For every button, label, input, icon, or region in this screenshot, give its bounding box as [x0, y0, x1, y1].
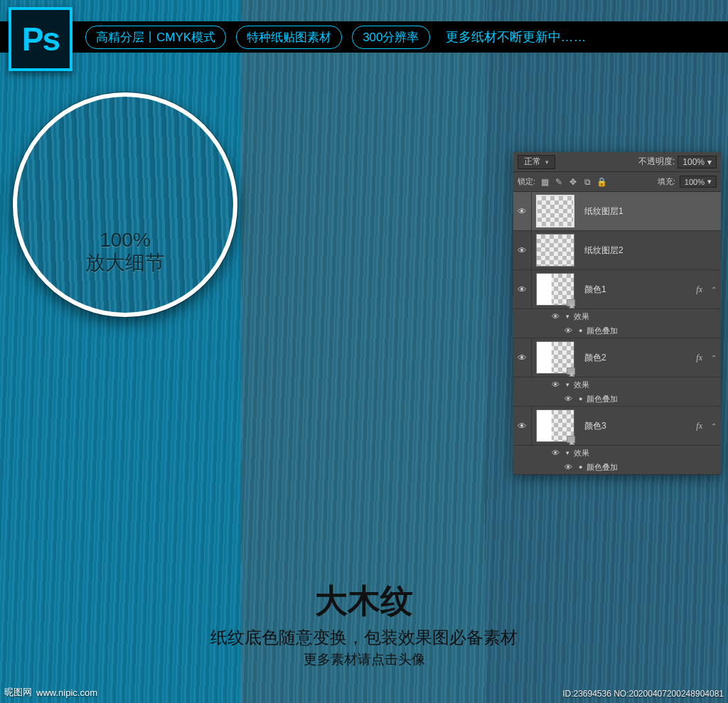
opacity-value: 100%	[682, 157, 705, 167]
visibility-toggle-icon[interactable]: 👁	[549, 449, 562, 457]
effects-label: 效果	[574, 448, 589, 458]
visibility-toggle-icon[interactable]: 👁	[562, 463, 574, 471]
lock-move-icon[interactable]: ✥	[568, 177, 578, 187]
footer-brand: 昵图网	[4, 686, 32, 699]
layer-name-label[interactable]: 纸纹图层2	[579, 245, 721, 257]
effect-name-label: 颜色叠加	[587, 462, 618, 473]
lock-artboard-icon[interactable]: ⧉	[582, 177, 592, 187]
layer-thumbnail[interactable]: ▣	[536, 409, 574, 442]
layer-name-label[interactable]: 颜色1	[579, 284, 692, 296]
smart-object-icon: ▣	[569, 370, 575, 377]
layers-panel-lockrow: 锁定: ▦ ✎ ✥ ⧉ 🔒 填充: 100% ▾	[513, 172, 721, 192]
fill-value: 100%	[685, 178, 705, 186]
effects-header-row[interactable]: 👁▾效果	[513, 446, 721, 460]
visibility-toggle-icon[interactable]: 👁	[513, 407, 532, 445]
collapse-effects-icon[interactable]: ⌃	[707, 354, 721, 362]
bullet-icon: ●	[579, 395, 582, 402]
footer-url: www.nipic.com	[36, 687, 97, 698]
layer-thumbnail[interactable]: ▣	[536, 273, 574, 306]
layer-thumbnail[interactable]	[536, 195, 574, 227]
effect-color-overlay-row[interactable]: 👁●颜色叠加	[513, 460, 721, 474]
effects-label: 效果	[574, 311, 589, 322]
lock-transparent-icon[interactable]: ▦	[540, 177, 550, 187]
lock-label: 锁定:	[518, 176, 535, 187]
layer-item[interactable]: 👁▣颜色2fx⌃	[513, 338, 721, 377]
visibility-toggle-icon[interactable]: 👁	[562, 395, 574, 403]
opacity-label: 不透明度:	[638, 156, 675, 168]
photoshop-badge: Ps	[9, 7, 73, 71]
fx-badge-icon[interactable]: fx	[692, 284, 707, 295]
photoshop-badge-text: Ps	[22, 20, 59, 58]
layer-item[interactable]: 👁纸纹图层2	[513, 231, 721, 270]
fill-field[interactable]: 100% ▾	[680, 176, 717, 188]
footer-watermark-left: 昵图网 www.nipic.com	[4, 686, 97, 699]
effects-header-row[interactable]: 👁▾效果	[513, 309, 721, 323]
layer-item[interactable]: 👁纸纹图层1	[513, 192, 721, 231]
visibility-toggle-icon[interactable]: 👁	[513, 231, 532, 269]
layer-effects-group: 👁▾效果👁●颜色叠加	[513, 309, 721, 338]
layer-effects-group: 👁▾效果👁●颜色叠加	[513, 377, 721, 407]
chevron-down-icon: ▾	[545, 159, 549, 166]
bullet-icon: ●	[579, 463, 582, 471]
footer-watermark-right: ID:23694536 NO:20200407200248904081	[562, 689, 724, 699]
title-hint: 更多素材请点击头像	[0, 650, 728, 669]
fx-badge-icon[interactable]: fx	[692, 353, 707, 363]
effect-color-overlay-row[interactable]: 👁●颜色叠加	[513, 323, 721, 338]
lock-brush-icon[interactable]: ✎	[554, 177, 564, 187]
smart-object-icon: ▣	[569, 439, 575, 446]
title-block: 大木纹 纸纹底色随意变换，包装效果图必备素材 更多素材请点击头像	[0, 579, 728, 669]
pill-layers-cmyk: 高精分层丨CMYK模式	[85, 26, 226, 49]
pill-resolution: 300分辨率	[352, 26, 429, 49]
layers-panel-blendrow: 正常 ▾ 不透明度: 100% ▾	[513, 152, 721, 172]
lock-all-icon[interactable]: 🔒	[596, 177, 606, 187]
chevron-down-icon: ▾	[707, 177, 712, 186]
fill-label: 填充:	[658, 176, 675, 187]
effects-label: 效果	[574, 380, 589, 390]
layer-item[interactable]: 👁▣颜色1fx⌃	[513, 270, 721, 309]
visibility-toggle-icon[interactable]: 👁	[549, 380, 562, 389]
zoom-label-percent: 100%	[17, 229, 233, 252]
layer-effects-group: 👁▾效果👁●颜色叠加	[513, 446, 721, 475]
pill-paper-texture: 特种纸贴图素材	[236, 26, 342, 49]
visibility-toggle-icon[interactable]: 👁	[513, 338, 532, 377]
disclosure-icon[interactable]: ▾	[566, 313, 569, 320]
blend-mode-value: 正常	[524, 156, 541, 168]
smart-object-icon: ▣	[569, 302, 575, 309]
layer-name-label[interactable]: 颜色2	[579, 352, 692, 364]
zoom-label: 100% 放大细节	[17, 229, 233, 274]
visibility-toggle-icon[interactable]: 👁	[513, 270, 532, 308]
fx-badge-icon[interactable]: fx	[692, 421, 707, 431]
layer-name-label[interactable]: 颜色3	[579, 420, 692, 432]
layer-item[interactable]: 👁▣颜色3fx⌃	[513, 407, 721, 446]
bullet-icon: ●	[579, 327, 582, 334]
chevron-down-icon: ▾	[707, 157, 712, 167]
visibility-toggle-icon[interactable]: 👁	[549, 312, 562, 321]
collapse-effects-icon[interactable]: ⌃	[707, 422, 721, 430]
title-main: 大木纹	[0, 579, 728, 623]
blend-mode-select[interactable]: 正常 ▾	[518, 155, 555, 169]
layers-panel: 正常 ▾ 不透明度: 100% ▾ 锁定: ▦ ✎ ✥ ⧉ 🔒 填充: 100%…	[513, 152, 721, 475]
effects-header-row[interactable]: 👁▾效果	[513, 377, 721, 392]
opacity-field[interactable]: 100% ▾	[678, 156, 717, 168]
visibility-toggle-icon[interactable]: 👁	[513, 192, 532, 230]
top-bar: 高精分层丨CMYK模式 特种纸贴图素材 300分辨率 更多纸材不断更新中……	[0, 21, 728, 53]
visibility-toggle-icon[interactable]: 👁	[562, 326, 574, 335]
zoom-detail-circle: 100% 放大细节	[13, 92, 237, 317]
collapse-effects-icon[interactable]: ⌃	[707, 286, 721, 294]
layer-name-label[interactable]: 纸纹图层1	[579, 205, 721, 218]
layer-thumbnail[interactable]: ▣	[536, 341, 574, 374]
title-subtitle: 纸纹底色随意变换，包装效果图必备素材	[0, 626, 728, 649]
disclosure-icon[interactable]: ▾	[566, 381, 569, 388]
effect-name-label: 颜色叠加	[587, 326, 618, 336]
disclosure-icon[interactable]: ▾	[566, 449, 569, 456]
top-tail-text: 更多纸材不断更新中……	[446, 28, 587, 45]
effect-name-label: 颜色叠加	[587, 394, 618, 404]
zoom-label-caption: 放大细节	[17, 252, 233, 274]
layer-thumbnail[interactable]	[536, 234, 574, 267]
effect-color-overlay-row[interactable]: 👁●颜色叠加	[513, 392, 721, 406]
